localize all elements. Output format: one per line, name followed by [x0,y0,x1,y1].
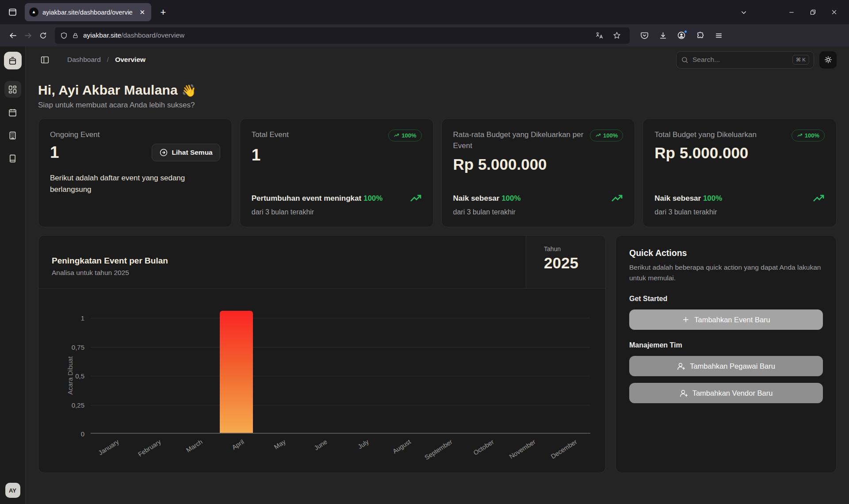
growth-subtext: dari 3 bulan terakhir [252,208,422,216]
page-title: Hi, Ayi Akbar Maulana 👋 [38,83,837,98]
browser-tab[interactable]: ▲ ayiakbar.site/dashboard/overvie ✕ [25,3,151,21]
page-subtitle: Siap untuk membuat acara Anda lebih suks… [38,101,837,110]
search-icon [681,56,688,64]
forward-icon[interactable] [20,28,35,43]
trend-up-icon [409,192,422,205]
see-all-button[interactable]: Lihat Semua [152,144,220,161]
stat-label: Rata-rata Budget yang Dikeluarkan per Ev… [453,130,586,151]
reload-icon[interactable] [35,28,50,43]
plus-icon [682,316,690,324]
bar-chart: Acara Dibuat 00,250,50,751JanuaryFebruar… [38,289,605,464]
quick-actions-description: Berikut adalah beberapa quick action yan… [629,262,823,283]
chart-gridline [91,405,590,405]
tab-title: ayiakbar.site/dashboard/overvie [42,9,134,16]
chart-x-tick: August [391,438,412,455]
add-event-button[interactable]: Tambahkan Event Baru [629,309,823,330]
sidebar-item-notes[interactable] [4,150,21,167]
year-selector[interactable]: Tahun 2025 [526,236,605,288]
trend-up-icon [595,133,601,138]
chart-gridline [91,347,590,347]
search-input[interactable] [692,56,788,64]
site-favicon: ▲ [29,8,38,17]
chart-gridline [91,318,590,318]
url-text[interactable]: ayiakbar.site/dashboard/overview [83,31,587,39]
search-box[interactable]: ⌘ K [676,51,814,69]
extensions-puzzle-icon[interactable] [692,28,708,43]
quick-actions-title: Quick Actions [629,248,823,258]
chart-subtitle: Analisa untuk tahun 2025 [52,269,512,277]
wave-emoji: 👋 [182,84,197,97]
chart-y-tick: 0,5 [75,372,84,380]
stat-card-total-budget: Total Budget yang Dikeluarkan 100% Rp 5.… [642,118,837,227]
chart-y-tick: 0,75 [72,343,84,351]
lock-icon[interactable] [72,32,79,39]
chart-x-tick: May [273,438,287,451]
chart-x-tick: February [137,438,162,458]
chart-title: Peningkatan Event per Bulan [52,256,512,266]
menu-hamburger-icon[interactable] [711,28,726,43]
growth-subtext: dari 3 bulan terakhir [453,208,623,216]
browser-titlebar: ▲ ayiakbar.site/dashboard/overvie ✕ + [0,0,849,24]
chart-x-tick: January [97,438,120,457]
chart-y-tick: 1 [81,314,84,322]
trend-up-icon [611,192,623,205]
shield-icon[interactable] [60,32,68,39]
back-icon[interactable] [5,28,20,43]
window-minimize-button[interactable] [781,4,802,21]
growth-text: Naik sebesar 100% [453,194,521,203]
url-path: /dashboard/overview [121,31,184,39]
browser-toolbar: ayiakbar.site/dashboard/overview [0,24,849,46]
pocket-icon[interactable] [637,28,652,43]
user-plus-icon [677,362,685,370]
year-label: Tahun [544,245,605,252]
chart-plot-area: 00,250,50,751JanuaryFebruaryMarchAprilMa… [91,312,590,434]
sidebar-item-calendar[interactable] [4,104,21,121]
events-per-month-chart-card: Peningkatan Event per Bulan Analisa untu… [38,235,606,473]
bookmark-star-icon[interactable] [609,28,624,43]
trend-up-icon [394,133,399,138]
user-avatar[interactable]: AY [5,483,20,498]
get-started-heading: Get Started [629,295,823,303]
chart-bar-april[interactable] [220,311,252,433]
translate-icon[interactable] [592,28,607,43]
window-close-button[interactable] [823,4,845,21]
stat-label: Ongoing Event [50,130,220,141]
account-icon[interactable] [674,28,689,43]
sidebar-toggle-icon[interactable] [38,53,51,66]
theme-toggle-button[interactable] [819,51,837,69]
downloads-icon[interactable] [655,28,670,43]
app-sidebar: AY [0,46,26,504]
sidebar-item-dashboard[interactable] [4,81,21,98]
firefox-view-icon[interactable] [4,4,20,20]
trend-up-icon [812,192,825,205]
window-restore-button[interactable] [802,4,823,21]
growth-subtext: dari 3 bulan terakhir [654,208,825,216]
stat-value: 1 [252,146,422,164]
growth-badge: 100% [388,130,421,141]
add-vendor-button[interactable]: Tambahkan Vendor Baru [629,383,823,403]
add-employee-button[interactable]: Tambahkan Pegawai Baru [629,356,823,376]
trend-up-icon [797,133,803,138]
stat-card-average-budget: Rata-rata Budget yang Dikeluarkan per Ev… [441,118,635,227]
year-value: 2025 [544,254,605,272]
chart-x-tick: June [313,438,329,452]
account-notification-dot [684,30,688,34]
chart-y-tick: 0,25 [72,401,84,409]
app-logo[interactable] [4,52,22,69]
chart-x-tick: December [550,438,578,460]
growth-text: Pertumbuhan event meningkat 100% [252,194,383,203]
stat-card-ongoing-event: Ongoing Event 1 Lihat Semua Berikut adal… [38,118,232,227]
url-host: ayiakbar.site [83,31,121,39]
sidebar-item-vendors[interactable] [4,127,21,144]
new-tab-button[interactable]: + [156,5,171,20]
growth-badge: 100% [792,130,825,141]
chart-y-tick: 0 [81,430,84,438]
tab-close-icon[interactable]: ✕ [138,8,147,17]
list-tabs-chevron-icon[interactable] [733,4,754,21]
url-bar[interactable]: ayiakbar.site/dashboard/overview [55,27,630,44]
team-management-heading: Manajemen Tim [629,341,823,349]
stat-value: Rp 5.000.000 [654,144,825,162]
chart-x-tick: October [472,438,495,457]
breadcrumb: Dashboard / Overview [67,56,145,64]
breadcrumb-dashboard[interactable]: Dashboard [67,56,101,64]
